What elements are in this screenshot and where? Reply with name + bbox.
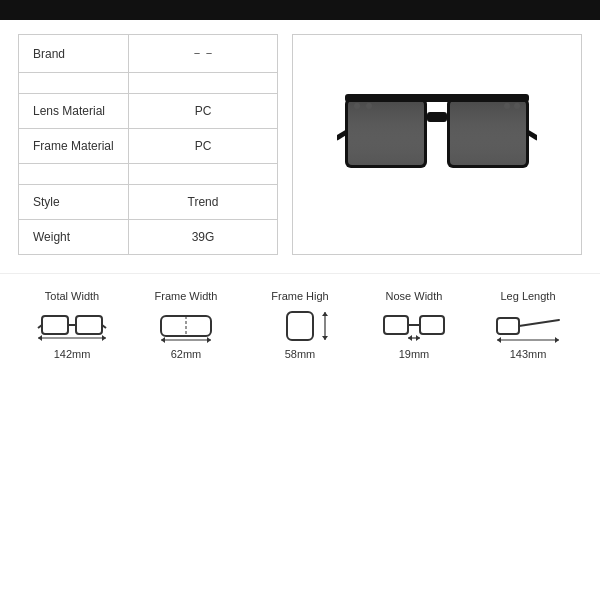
- table-value: [129, 164, 278, 185]
- svg-line-36: [519, 320, 559, 326]
- svg-rect-3: [450, 101, 526, 165]
- svg-marker-39: [555, 337, 559, 343]
- dimension-item: Total Width 142mm: [18, 290, 126, 360]
- dimension-value: 58mm: [285, 348, 316, 360]
- dimension-label: Frame Width: [155, 290, 218, 302]
- product-info-header: [0, 0, 600, 20]
- product-image-box: [292, 34, 582, 255]
- total-width-icon: [37, 308, 107, 344]
- sunglasses-image: [337, 80, 537, 210]
- svg-marker-34: [416, 335, 420, 341]
- dimension-value: 62mm: [171, 348, 202, 360]
- table-label: Lens Material: [19, 94, 129, 129]
- dimensions-section: Total Width 142mmFrame Width 62mmFrame H…: [0, 273, 600, 370]
- dimension-value: 142mm: [54, 348, 91, 360]
- table-label: [19, 164, 129, 185]
- dimension-label: Total Width: [45, 290, 99, 302]
- dimension-label: Frame High: [271, 290, 328, 302]
- svg-marker-38: [497, 337, 501, 343]
- dimension-label: Nose Width: [386, 290, 443, 302]
- dimension-label: Leg Length: [500, 290, 555, 302]
- svg-line-7: [529, 133, 537, 138]
- frame-width-icon: [151, 308, 221, 344]
- svg-point-8: [354, 103, 360, 109]
- product-info-table: Brand－－Lens MaterialPCFrame MaterialPCSt…: [18, 34, 278, 255]
- table-label: Style: [19, 185, 129, 220]
- svg-point-10: [504, 103, 510, 109]
- table-label: [19, 73, 129, 94]
- main-content: Brand－－Lens MaterialPCFrame MaterialPCSt…: [0, 20, 600, 269]
- svg-marker-28: [322, 336, 328, 340]
- svg-rect-35: [497, 318, 519, 334]
- table-label: Frame Material: [19, 129, 129, 164]
- table-value: －－: [129, 35, 278, 73]
- dimensions-row: Total Width 142mmFrame Width 62mmFrame H…: [18, 290, 582, 360]
- svg-rect-13: [76, 316, 102, 334]
- dimension-item: Nose Width 19mm: [360, 290, 468, 360]
- nose-width-icon: [379, 308, 449, 344]
- table-value: PC: [129, 94, 278, 129]
- table-value: Trend: [129, 185, 278, 220]
- svg-marker-23: [161, 337, 165, 343]
- table-value: 39G: [129, 220, 278, 255]
- dimension-value: 143mm: [510, 348, 547, 360]
- svg-line-6: [337, 133, 345, 138]
- svg-rect-1: [348, 101, 424, 165]
- dimension-item: Frame High 58mm: [246, 290, 354, 360]
- svg-rect-30: [420, 316, 444, 334]
- svg-marker-18: [38, 335, 42, 341]
- dimension-value: 19mm: [399, 348, 430, 360]
- table-value: [129, 73, 278, 94]
- dimension-item: Frame Width 62mm: [132, 290, 240, 360]
- svg-rect-5: [345, 94, 529, 102]
- svg-point-9: [366, 103, 372, 109]
- svg-rect-25: [287, 312, 313, 340]
- svg-point-11: [514, 103, 520, 109]
- dimension-item: Leg Length 143mm: [474, 290, 582, 360]
- leg-length-icon: [493, 308, 563, 344]
- svg-marker-24: [207, 337, 211, 343]
- svg-rect-29: [384, 316, 408, 334]
- table-label: Weight: [19, 220, 129, 255]
- svg-rect-12: [42, 316, 68, 334]
- svg-marker-33: [408, 335, 412, 341]
- svg-marker-27: [322, 312, 328, 316]
- svg-rect-4: [427, 112, 447, 122]
- svg-marker-19: [102, 335, 106, 341]
- frame-high-icon: [265, 308, 335, 344]
- table-value: PC: [129, 129, 278, 164]
- table-label: Brand: [19, 35, 129, 73]
